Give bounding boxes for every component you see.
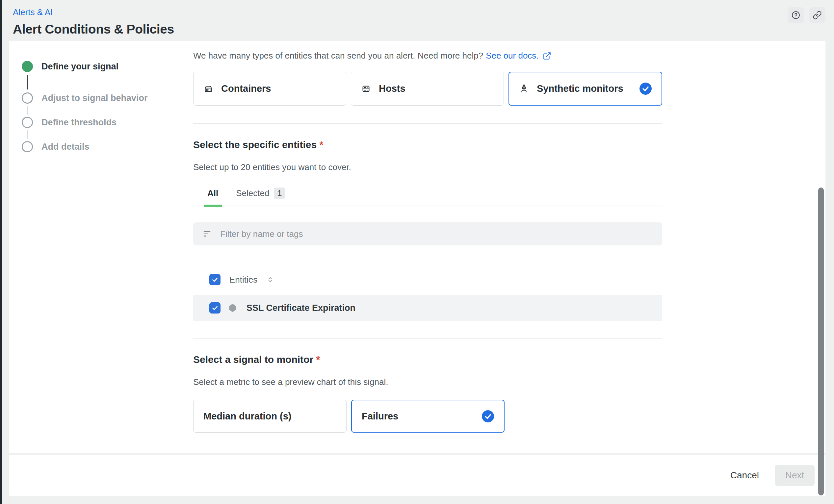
required-marker: * [320, 139, 324, 150]
page-title: Alert Conditions & Policies [13, 22, 174, 37]
wizard-content: We have many types of entities that can … [182, 41, 662, 453]
help-button[interactable] [788, 7, 804, 23]
tab-label: All [207, 188, 218, 198]
metric-label: Median duration (s) [203, 411, 291, 422]
step-connector [27, 130, 28, 139]
entities-tabs: All Selected 1 [193, 187, 662, 206]
wizard-footer: Cancel Next [9, 455, 826, 496]
entity-name: SSL Certificate Expiration [246, 303, 355, 313]
step-add-details[interactable]: Add details [22, 141, 182, 152]
step-connector [27, 75, 28, 90]
permalink-button[interactable] [809, 7, 826, 23]
step-define-your-signal[interactable]: Define your signal [22, 61, 182, 72]
step-label: Add details [42, 142, 89, 152]
entity-type-synthetic-monitors[interactable]: Synthetic monitors [508, 72, 662, 106]
step-label: Define thresholds [42, 117, 116, 128]
step-dot-active [22, 61, 33, 72]
hosts-icon [361, 84, 371, 94]
page-header: Alerts & AI Alert Conditions & Policies [13, 7, 174, 37]
entities-heading: Select the specific entities * [193, 139, 662, 150]
tab-selected[interactable]: Selected 1 [232, 187, 289, 206]
wizard-stepper: Define your signal Adjust to signal beha… [9, 41, 182, 453]
help-icon [791, 10, 800, 20]
hexagon-icon [228, 303, 237, 313]
entity-intro-text: We have many types of entities that can … [193, 51, 483, 61]
tab-label: Selected [236, 188, 269, 198]
sort-icon[interactable] [266, 276, 274, 283]
vertical-scrollbar-thumb[interactable] [818, 187, 824, 496]
metric-median-duration[interactable]: Median duration (s) [193, 400, 347, 433]
next-button[interactable]: Next [775, 465, 815, 486]
signal-heading: Select a signal to monitor * [193, 354, 662, 365]
step-connector [27, 106, 28, 114]
container-icon [203, 84, 213, 94]
step-dot-pending [22, 92, 33, 104]
entity-type-label: Containers [221, 83, 271, 94]
step-adjust-to-signal-behavior[interactable]: Adjust to signal behavior [22, 92, 182, 104]
signal-metric-cards: Median duration (s) Failures [193, 400, 662, 433]
section-divider [193, 123, 662, 124]
entity-checkbox[interactable] [209, 302, 220, 314]
step-label: Adjust to signal behavior [42, 93, 148, 103]
filter-icon [202, 229, 212, 238]
step-dot-pending [22, 117, 33, 128]
section-divider [193, 338, 662, 339]
signal-heading-text: Select a signal to monitor [193, 354, 313, 365]
wizard-panel: Define your signal Adjust to signal beha… [9, 41, 826, 453]
entity-type-hosts[interactable]: Hosts [351, 72, 504, 106]
entities-column-label: Entities [229, 275, 257, 285]
select-all-checkbox[interactable] [209, 274, 220, 285]
cancel-button[interactable]: Cancel [730, 470, 759, 481]
entities-subheading: Select up to 20 entities you want to cov… [193, 162, 662, 173]
metric-label: Failures [362, 411, 398, 422]
docs-link[interactable]: See our docs. [486, 51, 539, 61]
entity-filter[interactable] [193, 222, 662, 246]
entity-type-label: Hosts [379, 83, 405, 94]
entity-type-label: Synthetic monitors [537, 83, 623, 94]
step-dot-pending [22, 141, 33, 152]
step-label: Define your signal [42, 62, 118, 72]
check-icon [211, 276, 219, 283]
signal-subheading: Select a metric to see a preview chart o… [193, 377, 662, 387]
check-icon [211, 304, 219, 312]
entities-heading-text: Select the specific entities [193, 139, 316, 150]
selected-check-icon [482, 410, 494, 422]
breadcrumb[interactable]: Alerts & AI [13, 7, 53, 18]
entity-type-containers[interactable]: Containers [193, 72, 346, 106]
nav-edge-strip [0, 0, 2, 504]
entity-row-ssl-certificate-expiration[interactable]: SSL Certificate Expiration [193, 295, 662, 321]
required-marker: * [316, 354, 320, 365]
link-icon [813, 10, 822, 20]
filter-input[interactable] [220, 229, 653, 239]
entity-type-cards: Containers Hosts [193, 72, 662, 106]
header-actions [788, 7, 826, 23]
selected-count-badge: 1 [274, 187, 285, 199]
external-link-icon[interactable] [543, 52, 551, 60]
selected-check-icon [639, 83, 652, 95]
step-define-thresholds[interactable]: Define thresholds [22, 117, 182, 128]
entities-column-header: Entities [193, 273, 662, 286]
metric-failures[interactable]: Failures [351, 400, 505, 433]
entity-intro: We have many types of entities that can … [193, 51, 662, 61]
robot-icon [519, 84, 529, 94]
tab-all[interactable]: All [204, 187, 222, 206]
